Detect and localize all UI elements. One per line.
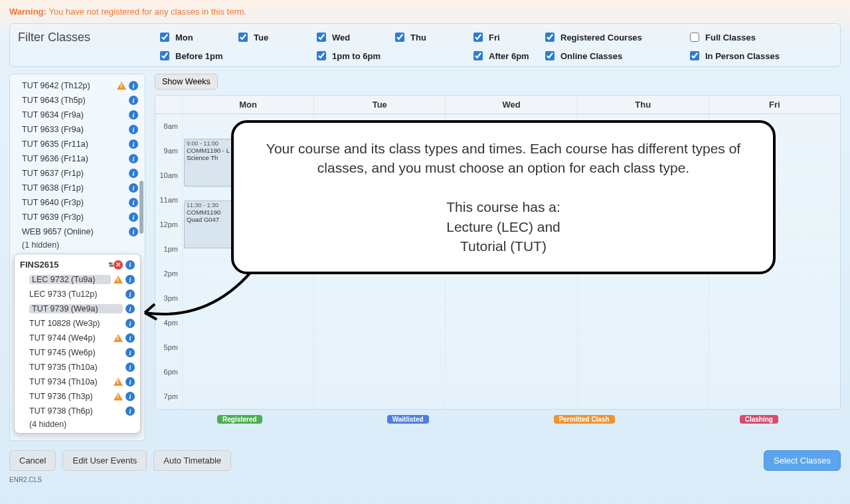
info-icon[interactable]: i [126, 406, 135, 416]
bottom-bar: Cancel Edit User Events Auto Timetable S… [9, 450, 841, 471]
class-item[interactable]: WEB 9657 (Online)i [13, 224, 142, 239]
checkbox[interactable] [545, 33, 554, 42]
info-icon[interactable]: i [129, 125, 138, 134]
class-item[interactable]: TUT 9745 (We6p)i [16, 345, 139, 360]
info-icon[interactable]: i [126, 348, 135, 357]
select-classes-button[interactable]: Select Classes [764, 450, 841, 471]
class-item[interactable]: TUT 9636 (Fr11a)i [13, 151, 142, 166]
class-item[interactable]: TUT 9639 (Fr3p)i [13, 210, 142, 224]
info-icon[interactable]: i [126, 333, 135, 343]
warning-icon [114, 276, 123, 284]
class-label: TUT 9642 (Th12p) [22, 81, 114, 90]
class-label: TUT 9637 (Fr1p) [22, 169, 126, 178]
filter-checkbox-5[interactable]: Registered Courses [543, 31, 682, 44]
info-icon[interactable]: i [126, 304, 135, 313]
checkbox[interactable] [317, 51, 326, 60]
info-icon[interactable]: i [126, 290, 135, 299]
class-item[interactable]: TUT 9736 (Th3p)i [16, 389, 139, 404]
class-item[interactable]: TUT 9642 (Th12p)i [13, 78, 142, 93]
info-icon[interactable]: i [129, 183, 138, 193]
class-item[interactable]: TUT 9734 (Th10a)i [16, 375, 139, 389]
class-label: TUT 9739 (We9a) [29, 304, 123, 313]
hour-cell [446, 335, 576, 360]
checkbox[interactable] [317, 33, 326, 42]
legend-registered: Registered [217, 415, 262, 424]
class-label: TUT 9643 (Th5p) [22, 96, 126, 105]
checkbox[interactable] [690, 51, 699, 60]
course-header[interactable]: FINS2615⇅✕i [16, 257, 139, 272]
class-label: WEB 9657 (Online) [22, 227, 126, 236]
hour-cell [183, 384, 313, 409]
close-icon[interactable]: ✕ [114, 260, 123, 270]
info-icon[interactable]: i [129, 81, 138, 90]
callout-line4: Tutorial (TUT) [254, 236, 753, 256]
class-item[interactable]: TUT 9643 (Th5p)i [13, 93, 142, 108]
info-icon[interactable]: i [129, 110, 138, 120]
class-item[interactable]: TUT 9633 (Fr9a)i [13, 122, 142, 137]
checkbox[interactable] [160, 33, 169, 42]
filter-checkbox-r2-2[interactable]: After 6pm [471, 49, 537, 62]
info-icon[interactable]: i [126, 260, 135, 270]
info-icon[interactable]: i [129, 212, 138, 222]
checkbox[interactable] [160, 51, 169, 60]
legend-clashing: Clashing [740, 415, 778, 424]
info-icon[interactable]: i [129, 154, 138, 163]
checkbox[interactable] [690, 33, 699, 42]
checkbox[interactable] [238, 33, 248, 42]
info-icon[interactable]: i [126, 377, 135, 386]
class-item[interactable]: TUT 9635 (Fr11a)i [13, 137, 142, 151]
filter-checkbox-6[interactable]: Full Classes [687, 31, 807, 44]
filter-checkbox-1[interactable]: Tue [236, 31, 309, 44]
hour-cell [183, 360, 313, 384]
class-item[interactable]: TUT 9638 (Fr1p)i [13, 181, 142, 195]
class-label: TUT 9635 (Fr11a) [22, 139, 126, 149]
filter-checkbox-r2-4[interactable]: In Person Classes [687, 49, 807, 62]
info-icon[interactable]: i [129, 139, 138, 149]
info-icon[interactable]: i [126, 363, 135, 372]
filter-checkbox-0[interactable]: Mon [157, 31, 230, 44]
class-item[interactable]: TUT 9634 (Fr9a)i [13, 108, 142, 122]
hour-cell [578, 311, 709, 335]
time-label: 6pm [155, 360, 182, 384]
class-item[interactable]: TUT 10828 (We3p)i [16, 316, 139, 331]
scrollbar-thumb[interactable] [139, 181, 143, 234]
info-icon[interactable]: i [129, 169, 138, 178]
checkbox[interactable] [545, 51, 554, 60]
filter-checkbox-r2-0[interactable]: Before 1pm [157, 49, 309, 62]
info-icon[interactable]: i [126, 319, 135, 328]
info-icon[interactable]: i [129, 198, 138, 207]
class-item[interactable]: LEC 9732 (Tu9a)i [16, 272, 139, 287]
filter-checkbox-r2-1[interactable]: 1pm to 6pm [314, 49, 466, 62]
auto-timetable-button[interactable]: Auto Timetable [153, 450, 231, 471]
info-icon[interactable]: i [126, 275, 135, 284]
class-item[interactable]: TUT 9735 (Th10a)i [16, 360, 139, 375]
cancel-button[interactable]: Cancel [9, 450, 56, 471]
info-icon[interactable]: i [129, 227, 138, 236]
checkbox[interactable] [473, 33, 483, 42]
show-weeks-button[interactable]: Show Weeks [155, 74, 218, 90]
class-item[interactable]: TUT 9640 (Fr3p)i [13, 195, 142, 210]
calendar-area: Show Weeks MonTueWedThuFri 8am9am10am11a… [155, 74, 841, 441]
class-item[interactable]: TUT 9739 (We9a)i [16, 301, 139, 316]
filter-checkbox-r2-3[interactable]: Online Classes [543, 49, 682, 62]
filter-1pm-to-6pm: 1pm to 6pm [314, 49, 466, 62]
checkbox[interactable] [395, 33, 404, 42]
filter-checkbox-2[interactable]: Wed [314, 31, 387, 44]
checkbox[interactable] [473, 51, 483, 60]
filter-label: Fri [489, 33, 500, 42]
filter-checkbox-3[interactable]: Thu [392, 31, 466, 44]
edit-events-button[interactable]: Edit User Events [62, 450, 147, 471]
class-item[interactable]: LEC 9733 (Tu12p)i [16, 287, 139, 301]
filter-fri: Fri [471, 31, 537, 44]
class-item[interactable]: TUT 9738 (Th6p)i [16, 404, 139, 418]
info-icon[interactable]: i [129, 96, 138, 105]
filter-checkbox-4[interactable]: Fri [471, 31, 537, 44]
class-label: TUT 9638 (Fr1p) [22, 183, 126, 193]
class-item[interactable]: TUT 9744 (We4p)i [16, 331, 139, 345]
hour-cell [578, 360, 709, 384]
class-item[interactable]: TUT 9637 (Fr1p)i [13, 166, 142, 181]
hour-cell [446, 360, 576, 384]
info-icon[interactable]: i [126, 392, 135, 401]
filter-in-person-classes: In Person Classes [687, 49, 807, 62]
filter-full-classes: Full Classes [687, 31, 807, 44]
